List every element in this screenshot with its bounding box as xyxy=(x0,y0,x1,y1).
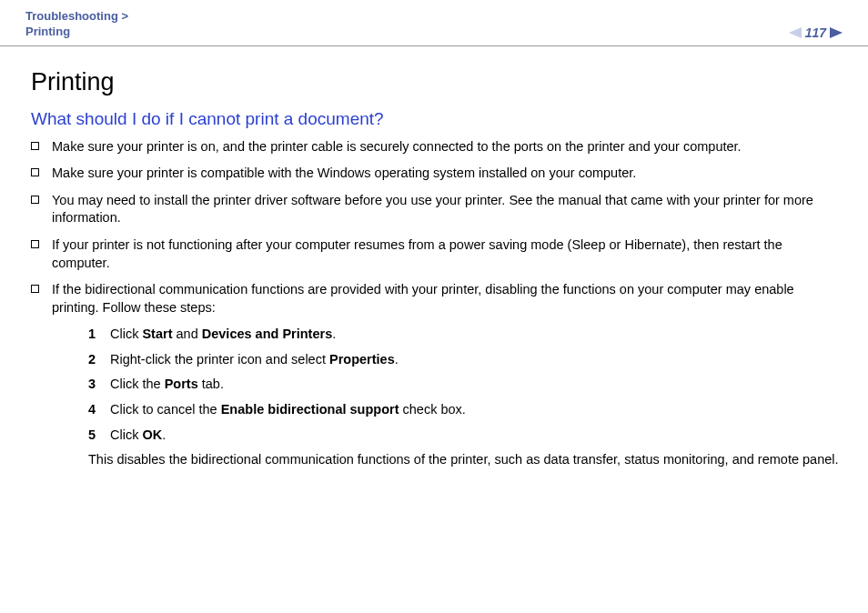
page-number: 117 xyxy=(805,25,826,40)
bullet-list: Make sure your printer is on, and the pr… xyxy=(31,138,843,469)
step-item: 2 Right-click the printer icon and selec… xyxy=(88,351,843,369)
step-number: 4 xyxy=(88,401,110,419)
step-text: Right-click the printer icon and select … xyxy=(110,351,399,369)
breadcrumb: Troubleshooting > Printing xyxy=(25,9,128,40)
list-item: If your printer is not functioning after… xyxy=(31,236,843,272)
list-text: If the bidirectional communication funct… xyxy=(52,282,794,315)
content: Printing What should I do if I cannot pr… xyxy=(0,46,868,469)
page-header: Troubleshooting > Printing 117 xyxy=(0,0,868,45)
bullet-icon xyxy=(31,285,39,293)
breadcrumb-line1: Troubleshooting > xyxy=(25,9,128,25)
bullet-icon xyxy=(31,240,39,248)
svg-marker-0 xyxy=(789,27,802,38)
step-text: Click Start and Devices and Printers. xyxy=(110,326,336,344)
next-page-icon[interactable] xyxy=(830,27,843,38)
steps-list: 1 Click Start and Devices and Printers. … xyxy=(52,326,843,444)
step-text: Click the Ports tab. xyxy=(110,376,224,394)
step-number: 2 xyxy=(88,351,110,369)
bullet-icon xyxy=(31,168,39,176)
list-item: Make sure your printer is on, and the pr… xyxy=(31,138,843,156)
step-text: Click OK. xyxy=(110,427,166,445)
breadcrumb-line2: Printing xyxy=(25,25,128,40)
list-text: Make sure your printer is compatible wit… xyxy=(52,165,636,183)
svg-marker-1 xyxy=(830,27,843,38)
step-number: 1 xyxy=(88,326,110,344)
list-item: If the bidirectional communication funct… xyxy=(31,281,843,469)
list-text: Make sure your printer is on, and the pr… xyxy=(52,138,742,156)
step-text: Click to cancel the Enable bidirectional… xyxy=(110,401,466,419)
bullet-icon xyxy=(31,142,39,150)
list-text: You may need to install the printer driv… xyxy=(52,192,843,227)
step-item: 3 Click the Ports tab. xyxy=(88,376,843,394)
list-item: You may need to install the printer driv… xyxy=(31,192,843,227)
step-footer-text: This disables the bidirectional communic… xyxy=(52,451,843,469)
step-item: 1 Click Start and Devices and Printers. xyxy=(88,326,843,344)
page-nav: 117 xyxy=(789,25,843,40)
step-number: 5 xyxy=(88,427,110,445)
section-heading: What should I do if I cannot print a doc… xyxy=(31,109,843,129)
list-text: If your printer is not functioning after… xyxy=(52,236,843,272)
bullet-icon xyxy=(31,196,39,204)
page-title: Printing xyxy=(31,68,843,96)
list-item: Make sure your printer is compatible wit… xyxy=(31,165,843,183)
prev-page-icon[interactable] xyxy=(789,27,802,38)
step-item: 4 Click to cancel the Enable bidirection… xyxy=(88,401,843,419)
step-item: 5 Click OK. xyxy=(88,427,843,445)
step-number: 3 xyxy=(88,376,110,394)
